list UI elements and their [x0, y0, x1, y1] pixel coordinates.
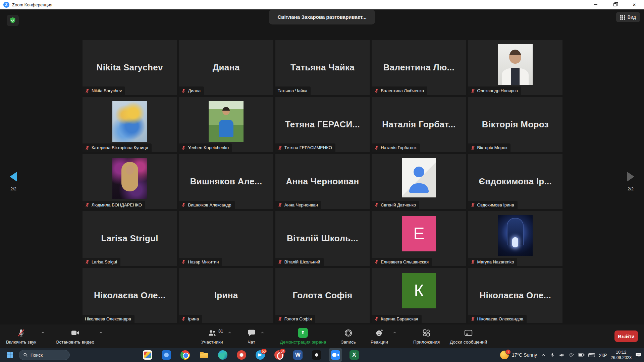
participant-label-text: Yevhen Kopeichenko [188, 145, 229, 150]
participant-tile[interactable]: Людмила БОНДАРЕНКО [83, 154, 177, 209]
previous-page-arrow-icon[interactable] [10, 172, 17, 182]
share-icon [298, 328, 308, 338]
participant-label: Диана [179, 86, 204, 95]
participant-tile[interactable]: Larisa StrigulLarisa Strigul [83, 211, 177, 266]
toolbar-button-label: Участники [201, 340, 223, 345]
view-button-label: Вид [628, 14, 636, 20]
participant-tile[interactable]: Maryna Nazarenko [468, 211, 562, 266]
start-button[interactable] [3, 348, 17, 362]
person-silhouette-avatar [402, 158, 436, 197]
participant-label: Вишняков Александр [179, 201, 234, 209]
participant-tile[interactable]: Вікторія МорозВікторія Мороз [468, 97, 562, 152]
security-shield-button[interactable] [7, 15, 19, 26]
participant-label: Євдокимова Ірина [468, 201, 518, 209]
record-icon [344, 328, 353, 338]
participant-tile[interactable]: Наталія Горбат...Наталія Горбатюк [372, 97, 466, 152]
apps-icon [422, 328, 431, 338]
taskbar-paint-icon[interactable] [160, 348, 173, 362]
participant-tile[interactable]: ККарина Баранская [372, 268, 466, 323]
participant-tile[interactable]: Віталій Школь...Віталій Школьний [275, 211, 370, 266]
taskbar-telegram-icon[interactable]: 50 [254, 348, 267, 362]
taskbar-browser-red-icon[interactable] [235, 348, 248, 362]
restore-button[interactable] [605, 0, 625, 9]
close-button[interactable]: ✕ [625, 0, 644, 9]
participant-tile[interactable]: Голота СофіяГолота Софія [275, 268, 370, 323]
taskbar-excel-icon[interactable]: X [347, 348, 361, 362]
whiteboards-icon [464, 328, 473, 338]
keyboard-language[interactable]: УКР [599, 353, 607, 358]
chevron-up-icon[interactable] [41, 330, 45, 336]
taskbar-opera-icon[interactable]: 34 [272, 348, 286, 362]
taskbar-word-icon[interactable]: W [291, 348, 305, 362]
participant-tile[interactable]: Вишняков Але...Вишняков Александр [179, 154, 273, 209]
chevron-up-icon[interactable] [227, 330, 232, 336]
participant-tile[interactable]: Nikita SarychevNikita Sarychev [83, 40, 177, 95]
browser-red-icon [237, 350, 246, 360]
taskbar-clock[interactable]: 10:12 26.09.2023 [610, 350, 632, 361]
system-tray: 1 17°C Sunny УКР 10:12 26.09.2023 [500, 348, 641, 362]
participant-label: Назар Микитин [179, 258, 222, 266]
participant-label-text: Валентина Любченко [381, 88, 424, 93]
participant-label-text: Ніколаєва Олександра [477, 316, 524, 321]
participant-tile[interactable]: Ніколаєва Оле...Ніколаєва Олександра [468, 268, 562, 323]
chevron-up-icon[interactable] [392, 330, 397, 336]
toolbar-button-apps[interactable]: Приложения [413, 328, 440, 345]
taskbar-edge-icon[interactable] [216, 348, 229, 362]
taskbar-search[interactable]: Поиск [19, 350, 70, 360]
view-button[interactable]: Вид [616, 12, 640, 22]
taskbar-folder-icon[interactable] [197, 348, 211, 362]
toolbar-button-reactions[interactable]: Реакции [371, 328, 397, 345]
participant-tile[interactable]: ІринаІрина [179, 268, 273, 323]
participant-tile[interactable]: Yevhen Kopeichenko [179, 97, 273, 152]
participant-tile[interactable]: Анна ЧерноиванАнна Черноиван [275, 154, 370, 209]
hidden-icons-chevron[interactable] [541, 352, 546, 358]
chevron-up-icon[interactable] [260, 330, 265, 336]
stop-video-icon [70, 328, 80, 338]
participant-label: Тетяна ГЕРАСИМЕНКО [275, 143, 335, 152]
toolbar-button-label: Демонстрация экрана [280, 340, 326, 345]
participant-tile[interactable]: Євгеній Датченко [372, 154, 466, 209]
participant-tile[interactable]: Татьяна ЧайкаТатьяна Чайка [275, 40, 370, 95]
participant-tile[interactable]: Катерина Вікторівна Куниця [83, 97, 177, 152]
toolbar-button-record[interactable]: Запись [341, 328, 356, 345]
chevron-up-icon[interactable] [99, 330, 103, 336]
participant-tile[interactable]: Назар Микитин [179, 211, 273, 266]
participant-tile[interactable]: Тетяна ГЕРАСИ...Тетяна ГЕРАСИМЕНКО [275, 97, 370, 152]
next-page-control: 2/2 [621, 172, 641, 191]
minimize-button[interactable] [586, 0, 605, 9]
taskbar-sketch-icon[interactable] [141, 348, 154, 362]
toolbar-button-chat[interactable]: Чат [247, 328, 265, 345]
toolbar-button-stop-video[interactable]: Остановить видео [56, 328, 104, 345]
participant-label-text: Вишняков Александр [188, 202, 231, 207]
tray-keyboard-icon[interactable] [588, 353, 595, 358]
weather-widget[interactable]: 1 17°C Sunny [500, 351, 537, 359]
participant-label: Larisa Strigul [83, 258, 120, 266]
tray-battery-icon[interactable] [578, 352, 585, 358]
participant-tile[interactable]: ДианаДиана [179, 40, 273, 95]
next-page-arrow-icon[interactable] [627, 172, 634, 182]
toolbar-button-participants[interactable]: 31Участники [201, 328, 232, 345]
tray-wifi-icon[interactable] [568, 352, 574, 358]
participant-tile[interactable]: Ніколаєва Оле...Ніколаєва Олександра [83, 268, 177, 323]
toolbar-button-whiteboards[interactable]: Доски сообщений [450, 328, 487, 345]
participant-tile[interactable]: Олександр Носирєв [468, 40, 562, 95]
tray-volume-icon[interactable] [558, 352, 565, 358]
participant-label-text: Назар Микитин [188, 259, 219, 264]
tray-microphone-icon[interactable] [550, 352, 555, 358]
taskbar-dark-app-icon[interactable] [310, 348, 323, 362]
participant-tile[interactable]: Євдокимова Ір...Євдокимова Ірина [468, 154, 562, 209]
taskbar-chrome-icon[interactable] [178, 348, 192, 362]
taskbar-zoom-app-icon[interactable] [329, 348, 342, 362]
participant-tile[interactable]: Валентина Лю...Валентина Любченко [372, 40, 466, 95]
mic-muted-icon [85, 145, 90, 150]
notification-center-icon[interactable] [635, 352, 641, 358]
page-indicator: 2/2 [3, 186, 23, 191]
mic-muted-icon [278, 316, 282, 321]
zoom-meeting-window: Z Zoom Конференция ✕ Світлана Захарова р… [0, 0, 644, 362]
toolbar-button-unmute[interactable]: Включить звук [6, 328, 46, 345]
profile-photo [112, 101, 147, 142]
leave-button[interactable]: Выйти [614, 330, 638, 342]
participant-tile[interactable]: ЕЕлизавета Ольшанская [372, 211, 466, 266]
toolbar-button-share[interactable]: Демонстрация экрана [280, 328, 326, 345]
mic-muted-icon [181, 316, 186, 321]
